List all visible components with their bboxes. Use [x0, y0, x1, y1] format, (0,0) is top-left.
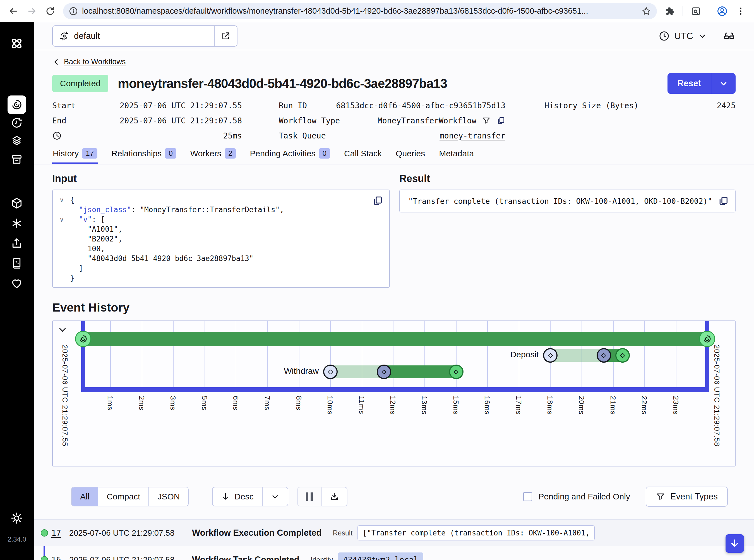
collapse-chevron-icon[interactable]: ∨ [59, 195, 70, 205]
tab-pending-activities[interactable]: Pending Activities0 [249, 146, 331, 164]
workflow-spiral-icon [11, 99, 22, 110]
theme-sun-icon[interactable] [10, 512, 23, 524]
browser-forward-icon[interactable] [26, 5, 37, 17]
sidebar-item-stack-layers[interactable] [10, 135, 23, 147]
address-bar[interactable]: localhost:8080/namespaces/default/workfl… [63, 3, 657, 19]
namespace-selector[interactable]: default [52, 25, 238, 47]
reset-button[interactable]: Reset [668, 73, 711, 94]
collapse-chevron-icon[interactable]: ∨ [59, 215, 70, 224]
tab-workers[interactable]: Workers2 [190, 146, 237, 164]
view-option-compact[interactable]: Compact [98, 487, 148, 506]
tab-label: Pending Activities [250, 149, 315, 158]
back-to-workflows-link[interactable]: Back to Workflows [52, 50, 126, 66]
event-detail-label: Result [333, 529, 352, 537]
event-list: 17 2025-07-06 UTC 21:29:07.58 Workflow E… [34, 519, 754, 560]
event-detail-label: Identity [311, 556, 333, 560]
tab-queries[interactable]: Queries [395, 146, 426, 164]
history-size-label: History Size (Bytes) [545, 101, 638, 110]
code-line: 100, [59, 244, 383, 254]
tab-label: Call Stack [344, 149, 382, 158]
pause-button[interactable] [297, 487, 322, 506]
tab-label: Queries [396, 149, 425, 158]
tab-history[interactable]: History17 [52, 146, 98, 164]
profile-icon[interactable] [717, 5, 728, 17]
activity-scheduled-marker[interactable] [323, 365, 338, 379]
diamond-icon [328, 369, 333, 374]
sidebar: 2.34.0 [0, 22, 34, 560]
filter-funnel-icon [656, 492, 665, 501]
status-badge: Completed [52, 75, 108, 92]
task-queue-link[interactable]: money-transfer [440, 131, 505, 140]
tab-search-panel-icon[interactable] [690, 5, 701, 17]
workflow-type-link[interactable]: MoneyTransferWorkflow [378, 116, 476, 125]
event-history-timeline: 2025-07-06 UTC 21:29:07.55 2025-07-06 UT… [52, 320, 736, 466]
code-line: "A1001", [59, 224, 383, 234]
code-line: } [59, 273, 383, 283]
temporal-logo-icon[interactable] [9, 36, 24, 51]
activity-completed-marker[interactable] [615, 348, 630, 363]
duration-value: 25ms [223, 131, 242, 140]
timezone-label: UTC [674, 31, 693, 41]
sidebar-item-schedules[interactable] [10, 116, 23, 129]
pending-failed-only-checkbox[interactable] [523, 492, 532, 501]
site-info-icon[interactable] [69, 6, 78, 16]
timezone-picker[interactable]: UTC [658, 31, 707, 42]
sidebar-item-workflows[interactable] [7, 96, 26, 114]
tab-relationships[interactable]: Relationships0 [111, 146, 177, 164]
view-option-all[interactable]: All [72, 487, 98, 506]
workflow-start-marker[interactable] [75, 331, 91, 347]
sidebar-item-import[interactable] [10, 237, 23, 250]
namespace-name: default [74, 31, 100, 41]
timeline-tick-label: 15ms [451, 396, 460, 415]
activity-started-marker[interactable] [597, 348, 611, 363]
timeline-collapse-chevron-icon[interactable] [57, 324, 68, 335]
workflow-spiral-icon [703, 335, 711, 343]
event-name: Workflow Task Completed [192, 555, 300, 560]
sort-desc-button[interactable]: Desc [212, 487, 262, 506]
browser-menu-icon[interactable] [735, 5, 746, 17]
tab-label: History [53, 149, 79, 158]
copy-icon[interactable] [496, 116, 505, 125]
download-history-button[interactable] [322, 487, 347, 506]
view-option-json[interactable]: JSON [148, 487, 188, 506]
event-row[interactable]: 17 2025-07-06 UTC 21:29:07.58 Workflow E… [34, 520, 754, 546]
chevron-down-icon [698, 31, 707, 41]
browser-back-icon[interactable] [8, 5, 19, 17]
sidebar-item-archive[interactable] [10, 153, 23, 166]
event-id-link[interactable]: 17 [52, 528, 69, 538]
timeline-tick-label: 20ms [577, 396, 586, 415]
sidebar-item-cube[interactable] [10, 197, 23, 209]
pending-failed-only-label[interactable]: Pending and Failed Only [538, 492, 630, 501]
timeline-tick-label: 11ms [357, 396, 366, 414]
labs-glasses-icon[interactable] [723, 29, 736, 42]
browser-reload-icon[interactable] [45, 5, 56, 17]
event-types-button[interactable]: Event Types [646, 486, 728, 507]
copy-icon[interactable] [718, 195, 729, 206]
namespace-external-link-icon[interactable] [214, 26, 237, 46]
copy-icon[interactable] [372, 195, 383, 206]
scroll-to-bottom-button[interactable] [726, 534, 744, 553]
workflow-type-label: Workflow Type [279, 116, 340, 125]
activity-completed-marker[interactable] [449, 365, 464, 379]
activity-started-marker[interactable] [377, 365, 391, 379]
sidebar-item-docs-book[interactable] [10, 257, 23, 270]
bookmark-star-icon[interactable] [641, 6, 651, 16]
event-row[interactable]: 16 2025-07-06 UTC 21:29:07.58 Workflow T… [34, 546, 754, 560]
tab-metadata[interactable]: Metadata [439, 146, 474, 164]
tab-call-stack[interactable]: Call Stack [344, 146, 382, 164]
namespace-selector-main[interactable]: default [53, 31, 214, 41]
sidebar-item-asterisk[interactable] [10, 217, 23, 230]
sidebar-item-feedback-heart[interactable] [10, 277, 23, 290]
diamond-icon [620, 353, 625, 358]
activity-pending-bar [330, 365, 384, 378]
back-link-label: Back to Workflows [64, 58, 126, 66]
tab-label: Relationships [111, 149, 162, 158]
extensions-icon[interactable] [664, 5, 675, 17]
reset-menu-caret[interactable] [711, 73, 736, 94]
workflow-end-marker[interactable] [699, 331, 715, 347]
event-id-link[interactable]: 16 [52, 555, 69, 560]
timeline-tick-label: 22ms [640, 396, 649, 415]
filter-funnel-icon[interactable] [482, 116, 491, 125]
activity-scheduled-marker[interactable] [543, 348, 557, 363]
sort-menu-caret[interactable] [262, 487, 288, 506]
